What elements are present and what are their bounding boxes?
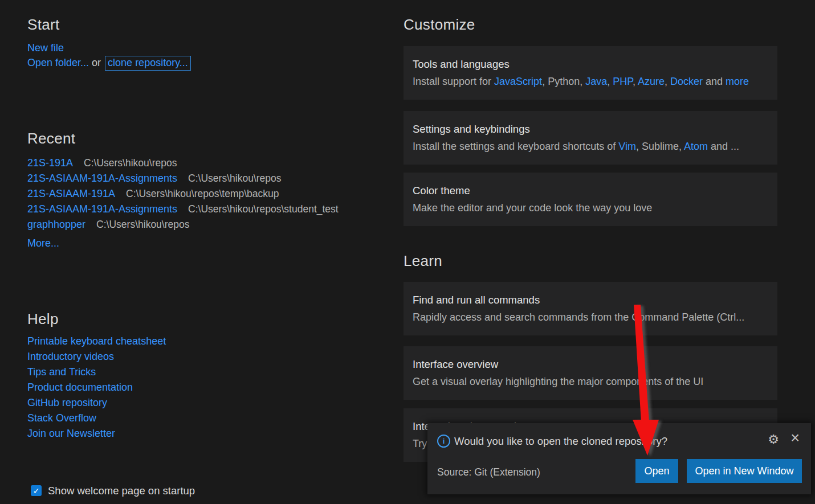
recent-item-name[interactable]: 21S-ASIAAM-191A-Assignments bbox=[27, 173, 177, 184]
card-title: Settings and keybindings bbox=[413, 123, 768, 136]
help-link-introductory-videos[interactable]: Introductory videos bbox=[27, 351, 114, 363]
recent-item-name[interactable]: 21S-ASIAAM-191A bbox=[27, 188, 115, 199]
recent-heading: Recent bbox=[27, 130, 75, 147]
atom-link[interactable]: Atom bbox=[684, 141, 708, 152]
gear-icon[interactable]: ⚙ bbox=[768, 433, 779, 446]
recent-more-link[interactable]: More... bbox=[27, 237, 59, 249]
java-link[interactable]: Java bbox=[585, 76, 607, 87]
card-description: Make the editor and your code look the w… bbox=[413, 202, 652, 214]
notification-source: Source: Git (Extension) bbox=[437, 466, 540, 478]
show-welcome-checkbox[interactable]: ✓ bbox=[31, 485, 42, 496]
docker-link[interactable]: Docker bbox=[670, 76, 703, 87]
clone-repository-link[interactable]: clone repository... bbox=[105, 56, 191, 71]
azure-link[interactable]: Azure bbox=[638, 76, 665, 87]
recent-item-path: C:\Users\hikou\repos bbox=[188, 173, 281, 184]
card-settings-and-keybindings[interactable]: Settings and keybindings Install the set… bbox=[404, 111, 777, 165]
help-link-product-documentation[interactable]: Product documentation bbox=[27, 382, 133, 394]
recent-item-name[interactable]: 21S-191A bbox=[27, 157, 73, 169]
help-link-keyboard-cheatsheet[interactable]: Printable keyboard cheatsheet bbox=[27, 335, 166, 347]
open-in-new-window-button[interactable]: Open in New Window bbox=[687, 459, 802, 483]
recent-item[interactable]: 21S-ASIAAM-191AC:\Users\hikou\repos\temp… bbox=[27, 188, 279, 200]
notification-toast: i Would you like to open the cloned repo… bbox=[427, 423, 811, 494]
card-title: Color theme bbox=[413, 185, 768, 197]
recent-item[interactable]: graphhopperC:\Users\hikou\repos bbox=[27, 219, 190, 231]
close-icon[interactable]: × bbox=[790, 431, 800, 446]
javascript-link[interactable]: JavaScript bbox=[494, 76, 542, 87]
recent-item-path: C:\Users\hikou\repos\student_test bbox=[188, 203, 339, 215]
php-link[interactable]: PHP bbox=[613, 76, 633, 87]
card-description: Install support for JavaScript, Python, … bbox=[413, 76, 768, 88]
start-heading: Start bbox=[27, 16, 59, 34]
help-link-stack-overflow[interactable]: Stack Overflow bbox=[27, 412, 96, 424]
customize-heading: Customize bbox=[404, 16, 475, 34]
card-find-run-commands[interactable]: Find and run all commands Rapidly access… bbox=[404, 282, 777, 335]
recent-item[interactable]: 21S-191AC:\Users\hikou\repos bbox=[27, 157, 177, 169]
card-tools-and-languages[interactable]: Tools and languages Install support for … bbox=[404, 46, 777, 100]
recent-item-name[interactable]: 21S-ASIAAM-191A-Assignments bbox=[27, 203, 177, 215]
help-link-join-newsletter[interactable]: Join our Newsletter bbox=[27, 428, 115, 440]
help-link-github-repository[interactable]: GitHub repository bbox=[27, 397, 107, 409]
recent-item[interactable]: 21S-ASIAAM-191A-AssignmentsC:\Users\hiko… bbox=[27, 203, 339, 215]
card-title: Find and run all commands bbox=[413, 294, 768, 306]
card-description: Install the settings and keyboard shortc… bbox=[413, 141, 768, 153]
learn-heading: Learn bbox=[404, 252, 442, 270]
card-title: Tools and languages bbox=[413, 58, 768, 71]
help-link-tips-and-tricks[interactable]: Tips and Tricks bbox=[27, 366, 96, 378]
card-title: Interface overview bbox=[413, 358, 768, 371]
open-folder-link[interactable]: Open folder... bbox=[27, 57, 89, 68]
card-color-theme[interactable]: Color theme Make the editor and your cod… bbox=[404, 173, 777, 226]
card-interface-overview[interactable]: Interface overview Get a visual overlay … bbox=[404, 346, 777, 400]
show-welcome-label: Show welcome page on startup bbox=[48, 485, 195, 497]
recent-item-path: C:\Users\hikou\repos\temp\backup bbox=[126, 188, 279, 199]
more-link[interactable]: more bbox=[726, 76, 749, 87]
card-description: Rapidly access and search commands from … bbox=[413, 312, 768, 323]
info-icon: i bbox=[437, 435, 450, 448]
new-file-link[interactable]: New file bbox=[27, 42, 64, 54]
recent-item-path: C:\Users\hikou\repos bbox=[84, 157, 177, 169]
or-text: or bbox=[89, 57, 104, 68]
recent-item-name[interactable]: graphhopper bbox=[27, 219, 85, 230]
recent-item[interactable]: 21S-ASIAAM-191A-AssignmentsC:\Users\hiko… bbox=[27, 173, 282, 185]
checkmark-icon: ✓ bbox=[33, 486, 40, 495]
help-heading: Help bbox=[27, 310, 59, 328]
open-button[interactable]: Open bbox=[635, 459, 678, 483]
notification-message: Would you like to open the cloned reposi… bbox=[454, 435, 667, 448]
vim-link[interactable]: Vim bbox=[618, 141, 636, 152]
card-description: Get a visual overlay highlighting the ma… bbox=[413, 376, 768, 388]
recent-item-path: C:\Users\hikou\repos bbox=[96, 219, 189, 230]
